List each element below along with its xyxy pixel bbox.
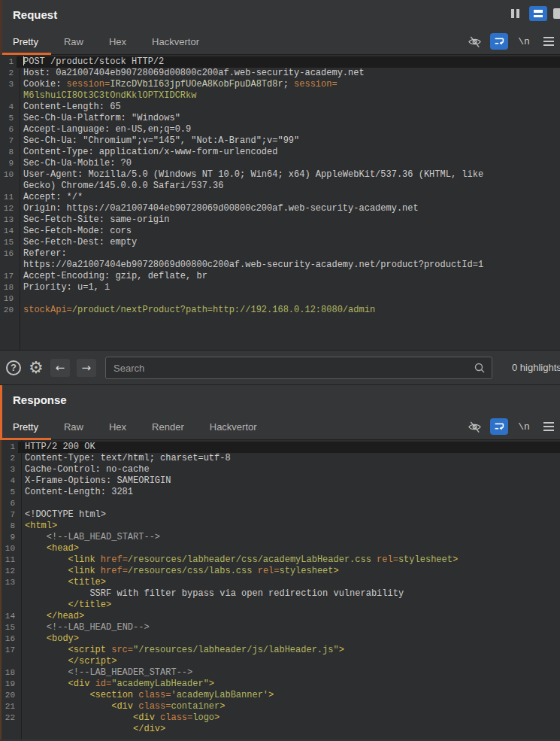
code-line[interactable]: 2Content-Type: text/html; charset=utf-8 bbox=[2, 453, 560, 464]
code-line[interactable]: 19 bbox=[0, 293, 560, 305]
show-newlines-button[interactable]: \n bbox=[515, 33, 533, 50]
code-line[interactable]: Gecko) Chrome/145.0.0.0 Safari/537.36 bbox=[0, 181, 560, 192]
code-line[interactable]: 8Content-Type: application/x-www-form-ur… bbox=[0, 147, 560, 158]
code-line[interactable]: 2Host: 0a21007404eb90728069d00800c200af.… bbox=[0, 68, 560, 79]
code-line[interactable]: 10 <head> bbox=[2, 543, 560, 554]
code-line[interactable]: 6Accept-Language: en-US,en;q=0.9 bbox=[0, 124, 560, 135]
editor-menu-button[interactable] bbox=[540, 33, 558, 50]
search-icon bbox=[474, 362, 492, 374]
response-tab-hex[interactable]: Hex bbox=[96, 414, 139, 439]
code-line[interactable]: M6lshuiCI8Ot3C3tOndKklOPTXIDCRkw bbox=[0, 90, 560, 102]
response-editor[interactable]: 1HTTP/2 200 OK2Content-Type: text/html; … bbox=[0, 440, 560, 739]
code-line[interactable]: 16 <body> bbox=[2, 633, 560, 645]
line-number: 6 bbox=[0, 124, 17, 135]
line-number: 9 bbox=[0, 158, 17, 169]
search-input[interactable] bbox=[106, 363, 474, 374]
code-line[interactable]: 17Accept-Encoding: gzip, deflate, br bbox=[0, 271, 560, 282]
rows-layout-button[interactable] bbox=[529, 6, 547, 21]
line-content: <div class=logo> bbox=[18, 712, 560, 724]
request-editor[interactable]: 1POST /product/stock HTTP/22Host: 0a2100… bbox=[0, 55, 560, 350]
code-line[interactable]: 20stockApi=/product/nextProduct?path=htt… bbox=[0, 305, 560, 316]
wrap-lines-button[interactable] bbox=[490, 33, 508, 50]
request-tab-hackvertor[interactable]: Hackvertor bbox=[139, 29, 212, 54]
code-line[interactable]: </script> bbox=[2, 656, 560, 667]
request-tab-raw[interactable]: Raw bbox=[51, 29, 96, 54]
forward-button[interactable]: → bbox=[77, 359, 96, 377]
hide-nonprintable-button[interactable] bbox=[465, 33, 483, 50]
line-number: 19 bbox=[2, 679, 18, 690]
code-line[interactable]: 11Accept: */* bbox=[0, 192, 560, 203]
code-line[interactable]: https://0a21007404eb90728069d00800c200af… bbox=[0, 260, 560, 271]
line-content: POST /product/stock HTTP/2 bbox=[17, 56, 560, 68]
response-tab-raw[interactable]: Raw bbox=[51, 414, 96, 439]
line-number bbox=[2, 656, 18, 667]
code-line[interactable]: </div> bbox=[2, 724, 560, 735]
request-tab-hex[interactable]: Hex bbox=[96, 29, 139, 54]
code-line[interactable]: 4X-Frame-Options: SAMEORIGIN bbox=[2, 475, 560, 487]
response-tab-hackvertor[interactable]: Hackvertor bbox=[197, 414, 270, 439]
code-line[interactable]: 19 <div id="academyLabHeader"> bbox=[2, 679, 560, 690]
hamburger-icon bbox=[543, 422, 554, 431]
response-tab-pretty[interactable]: Pretty bbox=[2, 414, 51, 439]
show-newlines-button[interactable]: \n bbox=[515, 418, 533, 435]
line-number bbox=[0, 260, 17, 271]
code-line[interactable]: 10User-Agent: Mozilla/5.0 (Windows NT 10… bbox=[0, 169, 560, 181]
code-line[interactable]: 7<!DOCTYPE html> bbox=[2, 509, 560, 521]
hide-nonprintable-button[interactable] bbox=[465, 418, 483, 435]
pause-button[interactable] bbox=[507, 6, 523, 21]
code-line[interactable]: 3Cache-Control: no-cache bbox=[2, 464, 560, 475]
line-number: 16 bbox=[2, 633, 18, 645]
back-button[interactable]: ← bbox=[50, 359, 70, 377]
code-line[interactable]: 16Referer: bbox=[0, 248, 560, 260]
code-line[interactable]: 4Content-Length: 65 bbox=[0, 102, 560, 113]
line-number: 15 bbox=[2, 622, 18, 633]
wrap-lines-button[interactable] bbox=[490, 418, 508, 435]
line-number: 19 bbox=[0, 293, 17, 305]
code-line[interactable]: 12Origin: https://0a21007404eb90728069d0… bbox=[0, 203, 560, 214]
line-content: Origin: https://0a21007404eb90728069d008… bbox=[17, 203, 560, 214]
request-tab-pretty[interactable]: Pretty bbox=[2, 29, 51, 54]
panel-square-button[interactable] bbox=[553, 8, 560, 19]
code-line[interactable]: 15Sec-Fetch-Dest: empty bbox=[0, 237, 560, 248]
code-line[interactable]: 8<html> bbox=[2, 521, 560, 532]
response-panel: Response PrettyRawHexRenderHackvertor bbox=[0, 385, 560, 739]
code-line[interactable]: 17 <script src="/resources/labheader/js/… bbox=[2, 645, 560, 656]
code-line[interactable]: 13 <title> bbox=[2, 577, 560, 588]
code-line[interactable]: 14 </head> bbox=[2, 611, 560, 622]
code-line[interactable]: 1POST /product/stock HTTP/2 bbox=[0, 56, 560, 68]
code-line[interactable]: 18 <!--LAB_HEADER_START--> bbox=[2, 667, 560, 679]
line-content: Accept-Language: en-US,en;q=0.9 bbox=[17, 124, 560, 135]
line-content: Sec-Fetch-Site: same-origin bbox=[17, 214, 560, 226]
code-line[interactable]: 7Sec-Ch-Ua: "Chromium";v="145", "Not:A-B… bbox=[0, 135, 560, 147]
line-content: <body> bbox=[18, 633, 560, 645]
code-line[interactable]: 14Sec-Fetch-Mode: cors bbox=[0, 226, 560, 237]
line-number: 13 bbox=[2, 577, 18, 588]
code-line[interactable]: 20 <section class='academyLabBanner'> bbox=[2, 690, 560, 701]
code-line[interactable]: 18Priority: u=1, i bbox=[0, 282, 560, 293]
code-line[interactable]: 21 <div class=container> bbox=[2, 701, 560, 712]
help-button[interactable]: ? bbox=[6, 360, 21, 375]
code-line[interactable]: </title> bbox=[2, 600, 560, 611]
code-line[interactable]: 13Sec-Fetch-Site: same-origin bbox=[0, 214, 560, 226]
code-line[interactable]: 5Content-Length: 3281 bbox=[2, 487, 560, 498]
code-line[interactable]: 3Cookie: session=IRzcDVb1I63jpfUOeA8KobF… bbox=[0, 79, 560, 90]
line-number: 2 bbox=[2, 453, 18, 464]
line-number: 18 bbox=[2, 667, 18, 679]
code-line[interactable]: 9 <!--LAB_HEAD_START--> bbox=[2, 532, 560, 543]
code-line[interactable]: 1HTTP/2 200 OK bbox=[2, 442, 560, 453]
code-line[interactable]: SSRF with filter bypass via open redirec… bbox=[2, 588, 560, 600]
code-line[interactable]: 9Sec-Ch-Ua-Mobile: ?0 bbox=[0, 158, 560, 169]
code-line[interactable]: 15 <!--LAB_HEAD_END--> bbox=[2, 622, 560, 633]
code-line[interactable]: 6 bbox=[2, 498, 560, 509]
line-number: 12 bbox=[0, 203, 17, 214]
code-line[interactable]: 22 <div class=logo> bbox=[2, 712, 560, 724]
settings-button[interactable]: ⚙ bbox=[29, 360, 44, 376]
code-line[interactable]: 11 <link href=/resources/labheader/css/a… bbox=[2, 554, 560, 566]
response-tab-render[interactable]: Render bbox=[139, 414, 197, 439]
code-line[interactable]: 5Sec-Ch-Ua-Platform: "Windows" bbox=[0, 113, 560, 124]
line-content: Sec-Ch-Ua-Mobile: ?0 bbox=[17, 158, 560, 169]
code-line[interactable]: 12 <link href=/resources/css/labs.css re… bbox=[2, 566, 560, 577]
editor-menu-button[interactable] bbox=[540, 418, 558, 435]
wrap-lines-icon bbox=[492, 35, 506, 48]
line-number: 5 bbox=[2, 487, 18, 498]
